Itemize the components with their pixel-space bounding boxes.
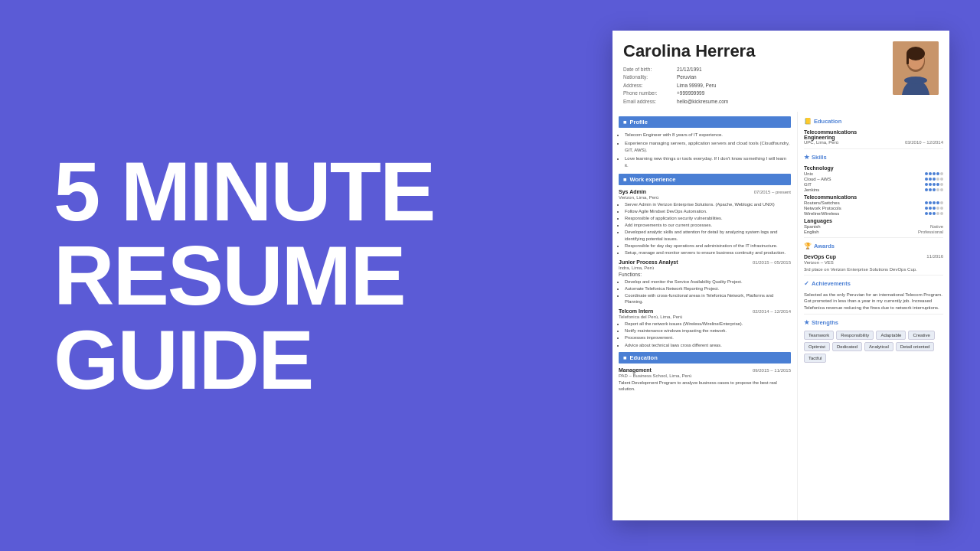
edu-left-title-row: Management 09/2015 – 11/2015 — [619, 367, 791, 373]
strength-tags: Teamwork Responsibility Adaptable Creati… — [804, 331, 943, 363]
resume-header: Carolina Herrera Date of birth:21/12/199… — [612, 31, 949, 112]
profile-icon: ■ — [623, 119, 627, 126]
profile-label: Profile — [630, 119, 648, 126]
achievements-icon: ✓ — [804, 280, 809, 287]
job2-company: Indra, Lima, Perú — [619, 266, 791, 270]
resume-card: Carolina Herrera Date of birth:21/12/199… — [612, 31, 949, 520]
list-item: Develop and monitor the Service Availabi… — [625, 279, 791, 285]
profile-bullet-1: Telecom Engineer with 8 years of IT expe… — [625, 132, 791, 139]
edu-left-label: Education — [630, 354, 658, 361]
address-value: Lima 99999, Peru — [677, 83, 716, 88]
job1-title: Sys Admin — [619, 189, 646, 194]
strengths-section-bar: ★ Strengths — [804, 318, 943, 328]
achievements-text: Selected as the only Peruvian for an int… — [804, 292, 943, 311]
tag-creative: Creative — [908, 331, 934, 340]
svg-point-3 — [906, 47, 925, 60]
strengths-icon: ★ — [804, 319, 809, 326]
title-line1: 5 MINUTE — [54, 149, 567, 233]
job1-company: Verizon, Lima, Perú — [619, 195, 791, 200]
edu-left-detail: Talent Development Program to analyze bu… — [619, 380, 791, 392]
tag-analytical: Analytical — [864, 342, 893, 351]
award1-company: Verizon – VES — [804, 260, 943, 265]
email-value: hello@kickresume.com — [677, 99, 728, 104]
address-label: Address: — [623, 82, 677, 90]
tag-adaptable: Adaptable — [876, 331, 906, 340]
list-item: Responsible of application security vuln… — [625, 215, 791, 221]
edu-right-icon: 📒 — [804, 118, 812, 125]
title-line2: RESUME — [54, 233, 567, 318]
work-label: Work experience — [630, 176, 676, 183]
dob-value: 21/12/1991 — [677, 67, 702, 72]
work-section-bar: ■ Work experience — [619, 174, 791, 185]
skills-section-bar: ★ Skills — [804, 152, 943, 162]
dob-label: Date of birth: — [623, 66, 677, 73]
list-item: Coordinate with cross-functional areas i… — [625, 292, 791, 305]
resume-header-info: Carolina Herrera Date of birth:21/12/199… — [623, 41, 755, 106]
title-line3: GUIDE — [54, 318, 567, 402]
skill-git: GIT — [804, 182, 943, 187]
profile-text: Telecom Engineer with 8 years of IT expe… — [619, 132, 791, 169]
strengths-label: Strengths — [812, 319, 838, 326]
skills-icon: ★ — [804, 154, 809, 161]
profile-section-bar: ■ Profile — [619, 116, 791, 128]
tag-teamwork: Teamwork — [804, 331, 834, 340]
lang-spanish: Spanish Native — [804, 224, 943, 229]
resume-name: Carolina Herrera — [623, 41, 755, 61]
phone-label: Phone number: — [623, 90, 677, 97]
awards-section-bar: 🏆 Awards — [804, 241, 943, 251]
edu-right-label: Education — [814, 118, 841, 125]
resume-photo — [893, 41, 939, 95]
list-item: Advice about technical laws cross differ… — [625, 342, 791, 348]
job3-company: Telefonica del Perú, Lima, Perú — [619, 315, 791, 319]
job2-functions-label: Functions: — [619, 272, 791, 277]
edu-right-school: UPC, Lima, Perú — [804, 140, 838, 145]
job3-date: 02/2014 – 12/2014 — [753, 309, 791, 314]
list-item: Report all the network issues (Wireless/… — [625, 321, 791, 327]
award1-date: 11/2016 — [926, 254, 943, 259]
nationality-label: Nationality: — [623, 73, 677, 81]
award1-detail: 3rd place on Verizon Enterprise Solution… — [804, 267, 943, 272]
edu-left-school: PAD – Business School, Lima, Perú — [619, 373, 791, 378]
list-item: Notify maintenance windows impacting the… — [625, 328, 791, 334]
tag-tactful: Tactful — [804, 354, 826, 363]
tag-detail-oriented: Detail oriented — [896, 342, 935, 351]
list-item: Server Admin in Verizon Enterprise Solut… — [625, 201, 791, 207]
job1-date: 07/2015 – present — [754, 190, 791, 194]
edu-right-title: TelecommunicationsEngineering — [804, 129, 943, 140]
edu-right-section-bar: 📒 Education — [804, 116, 943, 126]
list-item: Processes improvement. — [625, 334, 791, 341]
job2-bullets: Develop and monitor the Service Availabi… — [619, 279, 791, 305]
skills-label: Skills — [812, 154, 827, 161]
work-icon: ■ — [623, 176, 627, 183]
tag-responsibility: Responsibility — [836, 331, 874, 340]
svg-point-5 — [904, 77, 927, 84]
left-panel: 5 MINUTE RESUME GUIDE — [31, 149, 567, 402]
job2-title-row: Junior Process Analyst 01/2015 – 05/2015 — [619, 259, 791, 265]
list-item: Automate Telefonica Network Reporting Pr… — [625, 285, 791, 292]
job3-title: Telcom Intern — [619, 308, 653, 314]
achievements-section-bar: ✓ Achievements — [804, 279, 943, 289]
svg-rect-4 — [906, 54, 909, 64]
edu-left-icon: ■ — [623, 354, 627, 361]
awards-label: Awards — [814, 243, 835, 249]
edu-left-title: Management — [619, 367, 652, 373]
job3-title-row: Telcom Intern 02/2014 – 12/2014 — [619, 308, 791, 314]
job1-title-row: Sys Admin 07/2015 – present — [619, 189, 791, 194]
list-item: Follow Agile Mindset DevOps Automation. — [625, 208, 791, 214]
award1-name: DevOps Cup — [804, 254, 836, 259]
job1-bullets: Server Admin in Verizon Enterprise Solut… — [619, 201, 791, 256]
lang-english: English Professional — [804, 230, 943, 234]
email-label: Email address: — [623, 98, 677, 106]
resume-col-right: 📒 Education TelecommunicationsEngineerin… — [798, 112, 949, 520]
resume-info-table: Date of birth:21/12/1991 Nationality:Per… — [623, 66, 755, 106]
nationality-value: Peruvian — [677, 74, 697, 80]
skill-wireline: Wireline/Wireless — [804, 211, 943, 216]
profile-bullet-2: Experience managing servers, application… — [625, 140, 791, 154]
list-item: Developed analytic skills and attention … — [625, 229, 791, 241]
phone-value: +999999999 — [677, 90, 704, 96]
list-item: Responsible for day day operations and a… — [625, 243, 791, 249]
list-item: Add improvements to our current processe… — [625, 222, 791, 228]
edu-left-section-bar: ■ Education — [619, 352, 791, 364]
job2-date: 01/2015 – 05/2015 — [753, 260, 791, 265]
awards-icon: 🏆 — [804, 243, 812, 249]
